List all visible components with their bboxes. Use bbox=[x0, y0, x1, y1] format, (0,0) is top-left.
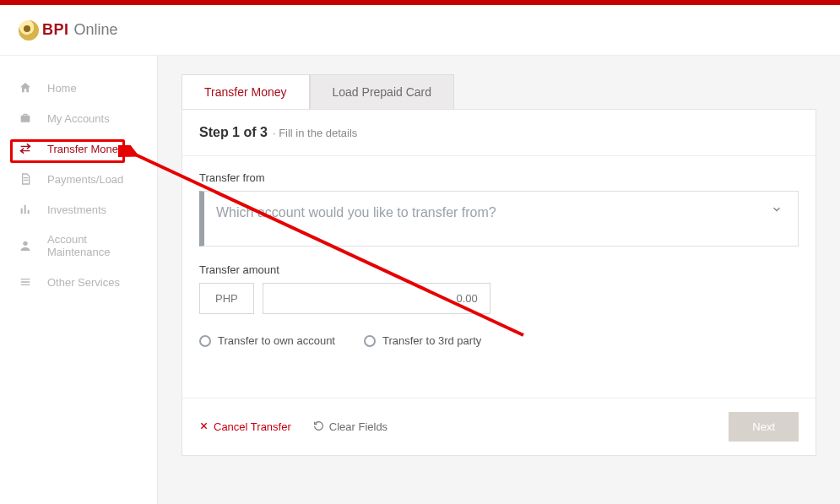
briefcase-icon bbox=[19, 111, 32, 125]
chevron-down-icon bbox=[771, 203, 783, 219]
tab-transfer-money[interactable]: Transfer Money bbox=[182, 74, 310, 109]
document-icon bbox=[19, 172, 32, 186]
sidebar-item-label: Investments bbox=[47, 203, 106, 216]
transfer-amount-label: Transfer amount bbox=[199, 263, 799, 276]
sidebar-item-other[interactable]: Other Services bbox=[0, 267, 157, 297]
radio-icon bbox=[364, 335, 376, 347]
sidebar-item-payments[interactable]: Payments/Load bbox=[0, 164, 157, 194]
brand-logo[interactable]: BPI Online bbox=[19, 20, 118, 41]
step-title: Step 1 of 3 bbox=[199, 125, 268, 140]
svg-point-0 bbox=[23, 241, 27, 246]
user-gear-icon bbox=[19, 239, 32, 252]
amount-input[interactable] bbox=[263, 283, 490, 314]
transfer-icon bbox=[19, 142, 32, 155]
sidebar-item-label: Other Services bbox=[47, 276, 120, 289]
radio-own-label: Transfer to own account bbox=[218, 334, 335, 347]
brand-online-text: Online bbox=[74, 21, 118, 39]
home-icon bbox=[19, 81, 32, 95]
sidebar-item-accounts[interactable]: My Accounts bbox=[0, 103, 157, 133]
sidebar-item-label: Account Maintenance bbox=[47, 233, 138, 258]
sidebar-item-transfer[interactable]: Transfer Money bbox=[0, 133, 157, 164]
sidebar-item-label: Payments/Load bbox=[47, 173, 123, 186]
list-icon bbox=[19, 275, 32, 289]
sidebar-item-home[interactable]: Home bbox=[0, 73, 157, 103]
panel-footer: Cancel Transfer Clear Fields Next bbox=[182, 398, 816, 455]
brand-bpi-text: BPI bbox=[42, 21, 69, 39]
transfer-from-label: Transfer from bbox=[199, 171, 799, 184]
next-button[interactable]: Next bbox=[729, 412, 799, 442]
chart-icon bbox=[19, 203, 32, 216]
currency-box: PHP bbox=[199, 283, 254, 314]
transfer-from-select[interactable]: Which account would you like to transfer… bbox=[199, 191, 799, 247]
transfer-type-radios: Transfer to own account Transfer to 3rd … bbox=[199, 334, 799, 347]
step-header: Step 1 of 3 · Fill in the details bbox=[182, 110, 816, 156]
radio-third-label: Transfer to 3rd party bbox=[382, 334, 481, 347]
clear-label: Clear Fields bbox=[329, 420, 387, 433]
undo-icon bbox=[313, 420, 324, 434]
radio-own-account[interactable]: Transfer to own account bbox=[199, 334, 335, 347]
tab-load-prepaid[interactable]: Load Prepaid Card bbox=[310, 74, 455, 109]
radio-icon bbox=[199, 335, 211, 347]
transfer-from-placeholder: Which account would you like to transfer… bbox=[216, 205, 496, 219]
sidebar-item-investments[interactable]: Investments bbox=[0, 194, 157, 225]
header: BPI Online bbox=[0, 5, 840, 56]
sidebar-item-label: My Accounts bbox=[47, 112, 110, 125]
sidebar: Home My Accounts Transfer Money Payments… bbox=[0, 56, 158, 504]
clear-fields-link[interactable]: Clear Fields bbox=[313, 420, 387, 434]
step-subtitle: · Fill in the details bbox=[273, 127, 357, 139]
sidebar-item-label: Transfer Money bbox=[47, 143, 124, 155]
close-icon bbox=[199, 420, 209, 433]
radio-third-party[interactable]: Transfer to 3rd party bbox=[364, 334, 481, 347]
main-content: Transfer Money Load Prepaid Card Step 1 … bbox=[158, 56, 840, 504]
cancel-label: Cancel Transfer bbox=[214, 420, 291, 433]
tabs: Transfer Money Load Prepaid Card bbox=[182, 74, 816, 109]
sidebar-item-maintenance[interactable]: Account Maintenance bbox=[0, 225, 157, 267]
sidebar-item-label: Home bbox=[47, 82, 77, 95]
bpi-logo-icon bbox=[19, 20, 39, 41]
form-panel: Step 1 of 3 · Fill in the details Transf… bbox=[182, 109, 816, 456]
cancel-transfer-link[interactable]: Cancel Transfer bbox=[199, 420, 291, 433]
